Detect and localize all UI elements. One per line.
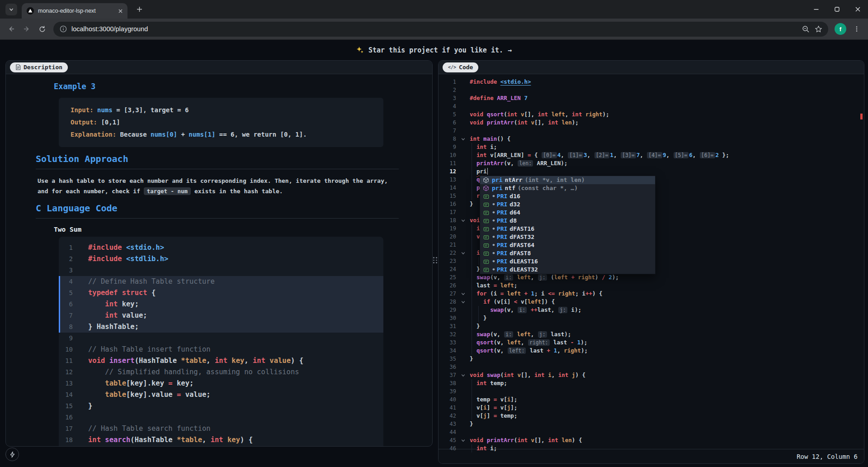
editor-line[interactable]: 10 int v[ARR_LEN] = { [0]=4, [1]=3, [2]=… — [439, 151, 864, 159]
editor-line[interactable]: 41 v[i] = v[j]; — [439, 404, 864, 412]
editor-line[interactable]: 32 swap(v, i: left, j: last); — [439, 330, 864, 338]
fold-chevron-icon[interactable] — [456, 216, 470, 224]
editor-line[interactable]: 11 printArr(v, len: ARR_LEN); — [439, 159, 864, 167]
code-line: 12 // Simplified handling, assuming no c… — [59, 367, 383, 378]
code-line: 7 int value; — [59, 310, 383, 321]
code-line: 11void insert(HashTable *table, int key,… — [59, 355, 383, 367]
suggestion-item[interactable]: printf(const char *, …) — [480, 184, 655, 192]
example-line: Output: [0,1] — [71, 116, 372, 129]
suggestion-item[interactable]: •PRIdFAST32 — [480, 233, 655, 241]
editor-line[interactable]: 29 swap(v, i: ++last, j: i); — [439, 306, 864, 314]
editor-line[interactable]: 9 int i; — [439, 143, 864, 151]
fold-chevron-icon[interactable] — [456, 298, 470, 306]
suggestion-item[interactable]: •PRIdFAST64 — [480, 241, 655, 249]
tab-code[interactable]: </> Code — [443, 62, 478, 72]
code-block-title: Two Sum — [54, 226, 399, 233]
editor-line[interactable]: 33 qsort(v, left, right: last - 1); — [439, 338, 864, 347]
window-controls — [806, 0, 868, 19]
browser-menu-button[interactable] — [849, 21, 864, 37]
editor-line[interactable]: 27 for (i = left + 1; i <= right; i++) { — [439, 290, 864, 298]
editor-line[interactable]: 38 int temp; — [439, 379, 864, 387]
editor-line[interactable]: 28 if (v[i] < v[left]) { — [439, 298, 864, 306]
suggestion-item[interactable]: •PRIdLEAST32 — [480, 266, 655, 274]
macro-suggestion-icon — [482, 202, 490, 208]
banner-arrow: → — [508, 46, 512, 54]
profile-avatar[interactable]: f — [835, 23, 846, 35]
minimize-icon — [813, 6, 819, 12]
macro-suggestion-icon — [482, 251, 490, 257]
suggestion-item[interactable]: printArr(int *v, int len) — [480, 176, 655, 184]
star-project-banner[interactable]: Star this project if you like it. → — [0, 40, 868, 60]
editor-line[interactable]: 7 — [439, 127, 864, 135]
browser-tab[interactable]: monaco-editor-lsp-next — [22, 3, 127, 19]
back-button[interactable] — [4, 21, 19, 37]
editor-line[interactable]: 34 qsort(v, left: last + 1, right); — [439, 347, 864, 355]
editor-line[interactable]: 37void swap(int v[], int i, int j) { — [439, 371, 864, 379]
suggestion-item[interactable]: •PRId64 — [480, 209, 655, 217]
window-minimize-button[interactable] — [806, 0, 826, 19]
fold-chevron-icon[interactable] — [456, 436, 470, 444]
suggestion-item[interactable]: •PRIdFAST8 — [480, 249, 655, 257]
editor-line[interactable]: 43} — [439, 420, 864, 428]
macro-suggestion-icon — [482, 259, 490, 265]
window-close-button[interactable] — [847, 0, 868, 19]
text-cursor — [487, 168, 488, 175]
panel-resize-handle[interactable] — [433, 257, 437, 263]
suggestion-item[interactable]: •PRId8 — [480, 217, 655, 225]
new-tab-button[interactable] — [133, 3, 146, 16]
editor-line[interactable]: 6void printArr(int v[], int len); — [439, 119, 864, 127]
tab-description[interactable]: Description — [10, 62, 68, 72]
editor-line[interactable]: 40 temp = v[i]; — [439, 396, 864, 404]
editor-line[interactable]: 1#include <stdio.h> — [439, 78, 864, 86]
tab-search-button[interactable] — [5, 4, 17, 15]
banner-text: Star this project if you like it. — [368, 46, 503, 54]
editor-line[interactable]: 45void printArr(int v[], int len) { — [439, 436, 864, 444]
site-info-icon[interactable] — [60, 25, 67, 33]
fold-chevron-icon[interactable] — [456, 249, 470, 257]
fold-chevron-icon[interactable] — [456, 290, 470, 298]
editor-line[interactable]: 31 } — [439, 322, 864, 330]
code-line: 10// Hash Table insert function — [59, 344, 383, 355]
quick-action-button[interactable] — [5, 448, 19, 461]
document-icon — [15, 64, 21, 70]
suggestion-item[interactable]: •PRId32 — [480, 200, 655, 209]
bookmark-button[interactable] — [812, 23, 825, 35]
macro-suggestion-icon — [482, 210, 490, 216]
zoom-button[interactable] — [799, 23, 812, 35]
forward-button[interactable] — [19, 21, 34, 37]
editor-line[interactable]: 35} — [439, 355, 864, 363]
editor-line[interactable]: 39 — [439, 387, 864, 396]
editor-line[interactable]: 25 swap(v, i: left, j: (left + right) / … — [439, 273, 864, 281]
editor-line[interactable]: 3#define ARR_LEN 7 — [439, 94, 864, 102]
editor-line[interactable]: 5void qsort(int v[], int left, int right… — [439, 110, 864, 119]
fold-chevron-icon[interactable] — [456, 135, 470, 143]
editor-line[interactable]: 8int main() { — [439, 135, 864, 143]
editor-line[interactable]: 4 — [439, 102, 864, 110]
code-line: 14 table[key].value = value; — [59, 389, 383, 400]
url-bar[interactable]: localhost:3000/playground — [53, 22, 828, 37]
site-favicon — [26, 7, 34, 15]
editor-line[interactable]: 2 — [439, 86, 864, 94]
tab-close-icon[interactable] — [118, 9, 123, 14]
chevron-down-icon — [9, 7, 14, 12]
editor-line[interactable]: 36 — [439, 363, 864, 371]
editor-line[interactable]: 44 — [439, 428, 864, 436]
suggestion-item[interactable]: •PRIdLEAST16 — [480, 257, 655, 266]
code-line: 5typedef struct { — [59, 287, 383, 299]
suggestion-item[interactable]: •PRIdFAST16 — [480, 225, 655, 233]
editor-line[interactable]: 46 int i; — [439, 444, 864, 453]
editor-line[interactable]: 26 last = left; — [439, 281, 864, 290]
url-text[interactable]: localhost:3000/playground — [71, 25, 799, 33]
editor-line[interactable]: 30 } — [439, 314, 864, 322]
editor-line[interactable]: 12 pri — [439, 167, 864, 176]
macro-suggestion-icon — [482, 194, 490, 200]
c-code-block: 1#include <stdio.h>2#include <stdlib.h>3… — [59, 237, 383, 447]
fold-chevron-icon[interactable] — [456, 371, 470, 379]
monaco-editor[interactable]: 1#include <stdio.h>23#define ARR_LEN 745… — [439, 74, 864, 449]
editor-line[interactable]: 42 v[j] = temp; — [439, 412, 864, 420]
maximize-icon — [834, 6, 840, 12]
window-maximize-button[interactable] — [826, 0, 847, 19]
suggestion-item[interactable]: •PRId16 — [480, 192, 655, 200]
code-line: 8} HashTable; — [59, 321, 383, 333]
reload-button[interactable] — [34, 21, 50, 37]
